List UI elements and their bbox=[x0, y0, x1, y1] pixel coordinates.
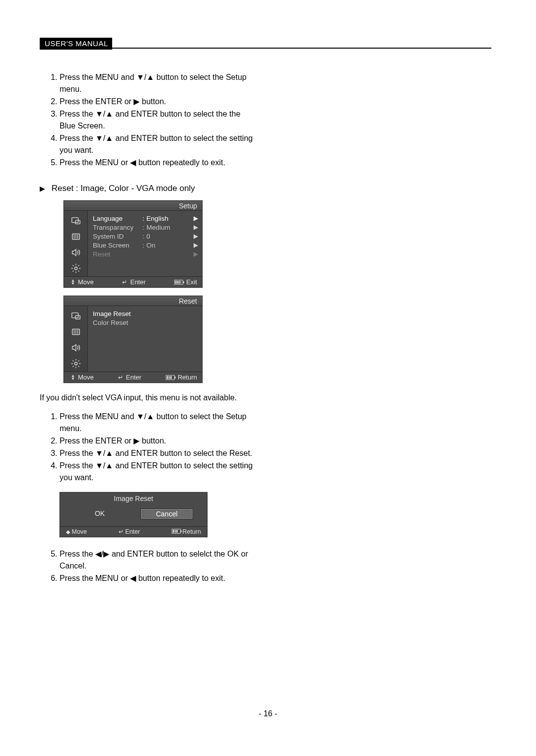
dialog-title: Image Reset bbox=[60, 493, 207, 506]
osd-row-image-reset[interactable]: Image Reset bbox=[93, 309, 198, 318]
osd-row-language[interactable]: Language: English ▶ bbox=[93, 214, 198, 223]
step-item: Press the ▼/▲ and ENTER button to select… bbox=[60, 447, 258, 459]
header-badge: USER'S MANUAL bbox=[40, 38, 112, 50]
osd-row-color-reset[interactable]: Color Reset bbox=[93, 318, 198, 327]
osd-footer: ▲▼Move ↵Enter Return bbox=[64, 372, 202, 382]
osd-row-reset[interactable]: Reset ▶ bbox=[93, 250, 198, 258]
step-item: Press the MENU or ◀ button repeatedly to… bbox=[60, 157, 258, 169]
osd-title: Setup bbox=[64, 201, 202, 211]
step-item: Press the MENU and ▼/▲ button to select … bbox=[60, 411, 258, 435]
svg-point-7 bbox=[74, 362, 77, 365]
osd-side-icons bbox=[64, 306, 88, 372]
battery-icon bbox=[174, 280, 183, 285]
battery-icon bbox=[166, 375, 175, 380]
chevron-right-icon: ▶ bbox=[192, 242, 198, 249]
gear-icon bbox=[64, 356, 87, 372]
battery-icon bbox=[172, 529, 181, 534]
leftright-icon: ◆ bbox=[66, 529, 70, 535]
step-item: Press the ENTER or ▶ button. bbox=[60, 96, 258, 108]
step-item: Press the MENU and ▼/▲ button to select … bbox=[60, 71, 258, 95]
bars-icon bbox=[64, 229, 87, 245]
steps-list-1: Press the MENU and ▼/▲ button to select … bbox=[40, 71, 258, 169]
chevron-right-icon: ▶ bbox=[192, 215, 198, 222]
speaker-icon bbox=[64, 340, 87, 356]
speaker-icon bbox=[64, 245, 87, 260]
vga-note: If you didn't select VGA input, this men… bbox=[40, 392, 258, 404]
step-item: Press the ENTER or ▶ button. bbox=[60, 435, 258, 447]
enter-icon: ↵ bbox=[119, 528, 124, 535]
ok-button[interactable]: OK bbox=[74, 508, 126, 519]
image-reset-dialog: Image Reset OK Cancel ◆ Move ↵ Enter Ret… bbox=[60, 492, 207, 537]
dialog-footer: ◆ Move ↵ Enter Return bbox=[60, 526, 207, 537]
step-item: Press the ▼/▲ and ENTER button to select… bbox=[60, 132, 258, 156]
osd-setup-rows: Language: English ▶ Transparancy: Medium… bbox=[88, 211, 202, 276]
pip-icon bbox=[64, 213, 87, 229]
osd-footer: ▲▼Move ↵Enter Exit bbox=[64, 276, 202, 287]
updown-icon: ▲▼ bbox=[71, 375, 75, 380]
svg-rect-1 bbox=[75, 220, 80, 224]
chevron-right-icon: ▶ bbox=[192, 224, 198, 231]
steps-list-3: Press the ◀/▶ and ENTER button to selelc… bbox=[40, 548, 258, 584]
osd-setup-panel: Setup Language: English ▶ bbox=[64, 200, 202, 288]
step-item: Press the ◀/▶ and ENTER button to selelc… bbox=[60, 548, 258, 572]
pip-icon bbox=[64, 308, 87, 324]
osd-row-blue-screen[interactable]: Blue Screen: On ▶ bbox=[93, 241, 198, 250]
bars-icon bbox=[64, 324, 87, 340]
section-title-text: Reset : Image, Color - VGA mode only bbox=[52, 184, 195, 193]
cancel-button[interactable]: Cancel bbox=[140, 508, 193, 519]
chevron-right-icon: ▶ bbox=[192, 251, 198, 257]
osd-reset-rows: Image Reset Color Reset bbox=[88, 306, 202, 372]
triangle-right-icon: ▶ bbox=[40, 185, 45, 192]
manual-header: USER'S MANUAL bbox=[40, 38, 491, 50]
step-item: Press the MENU or ◀ button repeatedly to… bbox=[60, 572, 258, 584]
osd-reset-panel: Reset Image Reset Color Reset bbox=[64, 296, 202, 383]
svg-rect-5 bbox=[75, 315, 80, 319]
step-item: Press the ▼/▲ and ENTER button to select… bbox=[60, 108, 258, 132]
chevron-right-icon: ▶ bbox=[192, 233, 198, 240]
step-item: Press the ▼/▲ and ENTER button to select… bbox=[60, 460, 258, 484]
osd-row-transparency[interactable]: Transparancy: Medium ▶ bbox=[93, 223, 198, 232]
osd-side-icons bbox=[64, 211, 88, 276]
reset-section-heading: ▶ Reset : Image, Color - VGA mode only bbox=[40, 184, 258, 193]
osd-row-system-id[interactable]: System ID: 0 ▶ bbox=[93, 232, 198, 241]
enter-icon: ↵ bbox=[122, 279, 127, 286]
enter-icon: ↵ bbox=[118, 374, 123, 381]
updown-icon: ▲▼ bbox=[71, 279, 75, 285]
svg-point-3 bbox=[74, 267, 77, 270]
page-number: - 16 - bbox=[0, 709, 536, 718]
osd-title: Reset bbox=[64, 296, 202, 306]
gear-icon bbox=[64, 260, 87, 276]
steps-list-2: Press the MENU and ▼/▲ button to select … bbox=[40, 411, 258, 484]
header-rule bbox=[112, 38, 491, 49]
